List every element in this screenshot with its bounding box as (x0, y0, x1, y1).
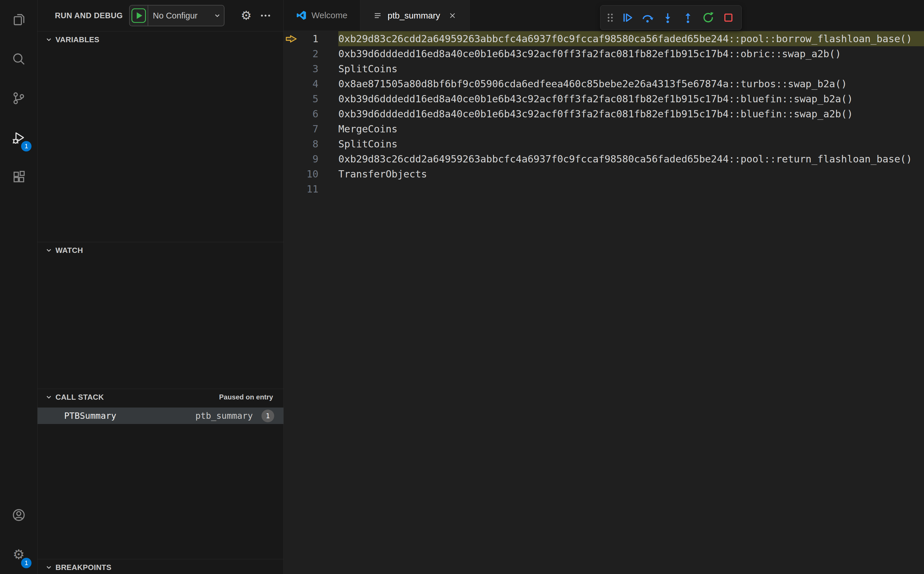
activity-item-extensions[interactable] (0, 157, 37, 197)
watch-section: WATCH (38, 242, 283, 389)
activity-item-search[interactable] (0, 39, 37, 79)
frame-name: PTBSummary (64, 411, 116, 421)
code-line[interactable]: 90xb29d83c26cdd2a64959263abbcfc4a6937f0c… (284, 151, 924, 167)
tab-ptb-summary[interactable]: ptb_summary (360, 0, 470, 31)
call-stack-label: CALL STACK (55, 393, 104, 402)
chevron-down-icon (45, 36, 53, 43)
line-number[interactable]: 10 (284, 167, 318, 181)
code-line[interactable]: 8SplitCoins (284, 136, 924, 151)
code-line[interactable]: 50xb39d6dddedd16ed8a40ce0b1e6b43c92acf0f… (284, 91, 924, 106)
code-line[interactable]: 60xb39d6dddedd16ed8a40ce0b1e6b43c92acf0f… (284, 106, 924, 121)
chevron-down-icon (45, 564, 53, 571)
continue-button[interactable] (617, 8, 638, 28)
code-line[interactable]: 10TransferObjects (284, 167, 924, 181)
step-over-button[interactable] (638, 8, 658, 28)
line-number[interactable]: 7 (284, 121, 318, 136)
line-number[interactable]: 6 (284, 106, 318, 121)
debug-config-label: No Configur (148, 11, 214, 20)
activity-item-run-and-debug[interactable]: 1 (0, 118, 37, 157)
code-line[interactable]: 1 0xb29d83c26cdd2a64959263abbcfc4a6937f0… (284, 31, 924, 46)
code-line[interactable]: 3SplitCoins (284, 61, 924, 76)
sidebar-title-row: RUN AND DEBUG No Configur ⚙ (38, 0, 283, 31)
frame-source: ptb_summary (195, 411, 253, 421)
activity-item-source-control[interactable] (0, 79, 37, 118)
call-stack-frame-row[interactable]: PTBSummary ptb_summary 1 (38, 407, 283, 424)
code-text: 0xb39d6dddedd16ed8a40ce0b1e6b43c92acf0ff… (338, 91, 924, 106)
call-stack-status: Paused on entry (219, 393, 283, 401)
tab-welcome[interactable]: Welcome (284, 0, 360, 31)
activity-bar: 1 (0, 0, 38, 574)
account-icon (12, 508, 26, 522)
code-text: 0xb29d83c26cdd2a64959263abbcfc4a6937f0c9… (338, 151, 924, 167)
breakpoints-header[interactable]: BREAKPOINTS (38, 559, 283, 574)
debug-toolbar (600, 5, 742, 30)
drag-grip-icon[interactable] (603, 8, 617, 28)
code-line[interactable]: 20xb39d6dddedd16ed8a40ce0b1e6b43c92acf0f… (284, 46, 924, 61)
chevron-down-icon (214, 12, 221, 19)
line-number[interactable]: 1 (284, 31, 318, 46)
code-text: 0xb39d6dddedd16ed8a40ce0b1e6b43c92acf0ff… (338, 46, 924, 61)
activity-item-settings[interactable]: ⚙ 1 (0, 535, 37, 574)
sidebar-header-actions: ⚙ (241, 9, 283, 22)
code-text: MergeCoins (338, 121, 924, 136)
variables-label: VARIABLES (55, 35, 99, 44)
code-line[interactable]: 11 (284, 181, 924, 197)
variables-section: VARIABLES (38, 31, 283, 242)
chevron-down-icon (45, 246, 53, 254)
code-text: SplitCoins (338, 136, 924, 151)
watch-header[interactable]: WATCH (38, 242, 283, 259)
vscode-logo-icon (296, 10, 306, 20)
close-icon[interactable] (448, 11, 457, 20)
chevron-down-icon (45, 393, 53, 401)
restart-button[interactable] (698, 8, 718, 28)
step-into-button[interactable] (658, 8, 678, 28)
line-number[interactable]: 4 (284, 76, 318, 91)
tab-label: ptb_summary (387, 11, 440, 20)
step-out-button[interactable] (678, 8, 698, 28)
call-stack-section: CALL STACK Paused on entry PTBSummary pt… (38, 389, 283, 559)
current-stackframe-arrow-icon (285, 35, 297, 43)
settings-badge: 1 (21, 558, 31, 568)
debug-badge: 1 (21, 141, 31, 151)
line-number[interactable]: 9 (284, 151, 318, 167)
code-line[interactable]: 40x8ae871505a80d8bf6bf9c05906cda6edfeea4… (284, 76, 924, 91)
tab-label: Welcome (312, 10, 347, 20)
sidebar-title: RUN AND DEBUG (55, 11, 123, 20)
code-text: 0xb39d6dddedd16ed8a40ce0b1e6b43c92acf0ff… (338, 106, 924, 121)
frame-count-badge: 1 (261, 410, 274, 422)
line-number[interactable]: 11 (284, 181, 318, 197)
line-number[interactable]: 8 (284, 136, 318, 151)
line-number[interactable]: 3 (284, 61, 318, 76)
activity-item-accounts[interactable] (0, 495, 37, 535)
files-icon (12, 13, 26, 27)
variables-header[interactable]: VARIABLES (38, 32, 283, 48)
stop-button[interactable] (718, 8, 738, 28)
debug-settings-gear-icon[interactable]: ⚙ (241, 9, 252, 22)
debug-config-dropdown[interactable]: No Configur (129, 5, 225, 26)
activity-item-explorer[interactable] (0, 0, 37, 39)
search-icon (12, 52, 26, 66)
line-number[interactable]: 2 (284, 46, 318, 61)
breakpoints-label: BREAKPOINTS (55, 563, 112, 572)
more-actions-icon[interactable] (260, 10, 271, 21)
code-line[interactable]: 7MergeCoins (284, 121, 924, 136)
activity-bar-bottom: ⚙ 1 (0, 495, 37, 574)
vscode-window: 1 (0, 0, 924, 574)
watch-label: WATCH (55, 246, 83, 255)
code-text: SplitCoins (338, 61, 924, 76)
code-editor: 1 0xb29d83c26cdd2a64959263abbcfc4a6937f0… (284, 31, 924, 574)
start-debug-icon[interactable] (130, 8, 148, 23)
code-text: 0x8ae871505a80d8bf6bf9c05906cda6edfeea46… (338, 76, 924, 91)
extensions-icon (12, 170, 26, 184)
activity-bar-top: 1 (0, 0, 37, 197)
code-text (338, 181, 924, 197)
code-text: 0xb29d83c26cdd2a64959263abbcfc4a6937f0c9… (338, 31, 924, 46)
source-control-icon (12, 91, 26, 105)
editor-group: Welcome ptb_summary (284, 0, 924, 574)
run-and-debug-sidebar: RUN AND DEBUG No Configur ⚙ (38, 0, 284, 574)
code-text: TransferObjects (338, 167, 924, 181)
call-stack-header[interactable]: CALL STACK Paused on entry (38, 389, 283, 405)
line-number[interactable]: 5 (284, 91, 318, 106)
breakpoints-section: BREAKPOINTS (38, 559, 283, 574)
list-file-icon (373, 11, 382, 20)
